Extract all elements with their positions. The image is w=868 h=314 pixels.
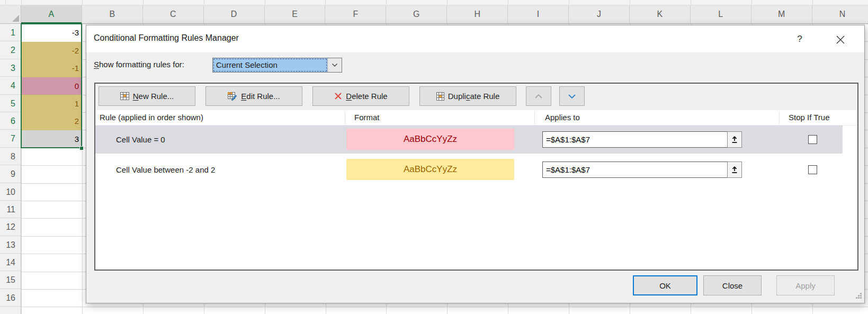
- column-headers: ABCDEFGHIJKLMN: [21, 5, 868, 24]
- column-header[interactable]: B: [82, 5, 143, 23]
- formula-bar-edge: [0, 0, 868, 5]
- row-header[interactable]: 15: [0, 271, 21, 289]
- move-rule-down-button[interactable]: [559, 86, 585, 106]
- rules-toolbar: New Rule... Edit Rule... Delete Rule Dup…: [95, 84, 857, 110]
- ok-button[interactable]: OK: [633, 275, 697, 295]
- excel-window: ABCDEFGHIJKLMN 12345678910111213141516 -…: [0, 0, 868, 314]
- row-header[interactable]: 10: [0, 183, 21, 201]
- show-rules-dropdown[interactable]: Current Selection: [212, 58, 342, 73]
- table-pencil-icon: [228, 92, 237, 101]
- close-icon: [834, 33, 847, 46]
- row-header[interactable]: 16: [0, 289, 21, 307]
- row-header[interactable]: 1: [0, 24, 21, 41]
- applies-to-input[interactable]: [542, 162, 727, 178]
- table-grid-icon: [120, 92, 129, 100]
- column-header[interactable]: M: [751, 5, 812, 23]
- column-header[interactable]: J: [569, 5, 630, 23]
- stop-if-true-column-header: Stop If True: [789, 110, 830, 125]
- cell[interactable]: -2: [22, 42, 82, 59]
- row-header[interactable]: 8: [0, 148, 21, 165]
- new-rule-label: New Rule...: [133, 92, 174, 101]
- column-header[interactable]: K: [630, 5, 691, 23]
- new-rule-button[interactable]: New Rule...: [99, 86, 195, 106]
- range-select-arrow-icon: [731, 136, 738, 143]
- column-header[interactable]: H: [447, 5, 508, 23]
- delete-rule-label: Delete Rule: [346, 92, 387, 101]
- dialog-titlebar: Conditional Formatting Rules Manager ?: [86, 25, 864, 52]
- format-column-header: Format: [354, 110, 380, 125]
- delete-rule-button[interactable]: Delete Rule: [312, 86, 409, 106]
- applies-to-field: [542, 162, 742, 178]
- column-header[interactable]: G: [386, 5, 447, 23]
- chevron-up-icon: [534, 94, 543, 99]
- cell[interactable]: 2: [22, 112, 82, 130]
- column-header[interactable]: F: [325, 5, 386, 23]
- row-header[interactable]: 5: [0, 95, 21, 112]
- column-header[interactable]: D: [204, 5, 265, 23]
- show-rules-label: Show formatting rules for:: [94, 60, 184, 69]
- duplicate-rule-label: Duplicate Rule: [448, 92, 500, 101]
- column-header[interactable]: E: [265, 5, 326, 23]
- rule-column-header: Rule (applied in order shown): [100, 110, 203, 125]
- row-header[interactable]: 6: [0, 112, 21, 130]
- applies-to-field: [542, 131, 742, 148]
- row-header[interactable]: 4: [0, 77, 21, 94]
- row-header[interactable]: 13: [0, 236, 21, 254]
- row-header[interactable]: 14: [0, 254, 21, 271]
- dropdown-button[interactable]: [327, 58, 342, 72]
- row-header[interactable]: 11: [0, 201, 21, 218]
- column-separator: [534, 111, 535, 124]
- range-select-arrow-icon: [731, 166, 738, 174]
- conditional-formatting-rules-manager-dialog: Conditional Formatting Rules Manager ? S…: [86, 25, 865, 303]
- row-header[interactable]: 3: [0, 59, 21, 77]
- duplicate-rule-button[interactable]: Duplicate Rule: [419, 86, 516, 106]
- dialog-close-button[interactable]: [834, 33, 847, 46]
- collapse-dialog-button[interactable]: [727, 162, 742, 178]
- rule-row[interactable]: Cell Value between -2 and 2 AaBbCcYyZz: [95, 156, 843, 184]
- row-header[interactable]: 9: [0, 165, 21, 183]
- select-all-triangle-icon: [12, 15, 19, 22]
- row-header[interactable]: 12: [0, 218, 21, 236]
- cell[interactable]: -1: [22, 59, 82, 77]
- resize-grip-icon: [855, 292, 862, 299]
- help-icon: ?: [797, 34, 802, 44]
- red-x-icon: [334, 92, 342, 100]
- rule-format-preview: AaBbCcYyZz: [346, 129, 514, 150]
- move-rule-up-button[interactable]: [526, 86, 551, 106]
- help-button[interactable]: ?: [793, 32, 807, 46]
- column-separator: [345, 111, 345, 124]
- applies-to-column-header: Applies to: [545, 110, 580, 125]
- column-header[interactable]: I: [508, 5, 569, 23]
- column-header[interactable]: C: [143, 5, 204, 23]
- rule-description: Cell Value = 0: [116, 125, 165, 154]
- close-button[interactable]: Close: [703, 275, 762, 295]
- edit-rule-button[interactable]: Edit Rule...: [205, 86, 302, 106]
- applies-to-input[interactable]: [542, 131, 727, 148]
- fill-handle[interactable]: [79, 146, 84, 150]
- row-header[interactable]: 7: [0, 130, 21, 147]
- rule-description: Cell Value between -2 and 2: [116, 156, 215, 184]
- resize-grip[interactable]: [855, 292, 862, 301]
- edit-rule-label: Edit Rule...: [241, 92, 280, 101]
- collapse-dialog-button[interactable]: [727, 131, 742, 148]
- row-header[interactable]: 2: [0, 41, 21, 59]
- rules-list: Rule (applied in order shown) Format App…: [95, 110, 857, 270]
- column-header[interactable]: A: [21, 5, 82, 23]
- cell[interactable]: 1: [22, 95, 82, 112]
- apply-button[interactable]: Apply: [776, 275, 835, 295]
- chevron-down-icon: [568, 94, 576, 99]
- stop-if-true-checkbox[interactable]: [808, 135, 817, 144]
- row-headers: 12345678910111213141516: [0, 24, 21, 314]
- rule-format-preview: AaBbCcYyZz: [346, 159, 514, 180]
- cell[interactable]: 0: [22, 77, 82, 95]
- dropdown-selected-value: Current Selection: [213, 58, 327, 72]
- cell[interactable]: 3: [22, 130, 82, 148]
- column-header[interactable]: L: [691, 5, 751, 23]
- stop-if-true-checkbox[interactable]: [808, 165, 817, 174]
- column-header[interactable]: N: [812, 5, 868, 23]
- cell[interactable]: -3: [22, 24, 82, 41]
- chevron-down-icon: [332, 63, 338, 67]
- rule-row[interactable]: Cell Value = 0 AaBbCcYyZz: [95, 125, 843, 154]
- select-all-corner[interactable]: [0, 5, 21, 24]
- dialog-title: Conditional Formatting Rules Manager: [94, 33, 239, 43]
